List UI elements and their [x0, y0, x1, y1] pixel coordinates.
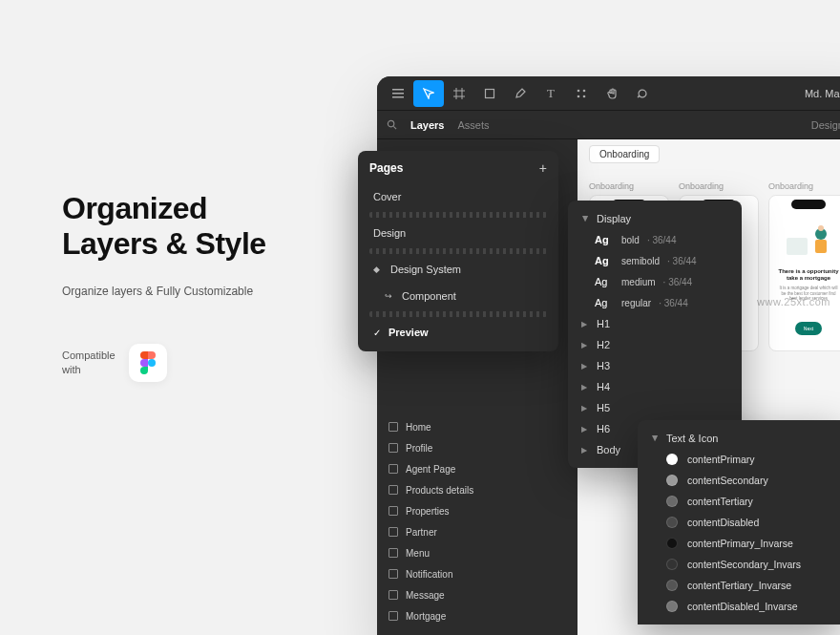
pen-tool-button[interactable]: [505, 80, 536, 107]
color-swatch: [666, 538, 678, 549]
hand-tool-button[interactable]: [597, 80, 627, 107]
svg-rect-2: [392, 93, 404, 95]
caret-down-icon: ▶: [581, 215, 590, 222]
color-row[interactable]: contentDisabled_Invarse: [638, 596, 840, 617]
type-meta: · 36/44: [647, 235, 677, 245]
color-row[interactable]: contentDisabled: [638, 512, 840, 533]
page-label: Cover: [373, 191, 401, 202]
figma-badge: [129, 344, 167, 382]
type-group-label: H5: [597, 402, 610, 413]
move-tool-button[interactable]: [413, 80, 444, 107]
layer-row[interactable]: Products details: [377, 479, 578, 500]
color-name: contentTertiary: [687, 496, 753, 507]
svg-point-10: [583, 89, 586, 92]
page-item-active[interactable]: ✓Preview: [358, 319, 558, 346]
type-style-name: regular: [621, 298, 651, 308]
type-style-row[interactable]: Agbold · 36/44: [568, 229, 742, 250]
layer-row[interactable]: Properties: [377, 500, 578, 521]
type-group-label: H6: [597, 423, 610, 434]
artboard-label: Onboarding: [768, 181, 840, 191]
tab-assets[interactable]: Assets: [457, 119, 489, 131]
frame-icon: [388, 527, 398, 537]
type-style-name: semibold: [621, 256, 660, 266]
color-swatch: [666, 601, 678, 612]
frame-icon: [388, 443, 398, 453]
tab-layers[interactable]: Layers: [410, 119, 444, 131]
color-swatch: [666, 496, 678, 507]
page-item[interactable]: ↪Component: [358, 283, 558, 309]
comment-tool-button[interactable]: [627, 80, 658, 107]
page-item[interactable]: Cover: [358, 183, 558, 210]
svg-point-12: [583, 95, 586, 97]
caret-right-icon: ▶: [581, 446, 589, 455]
frame-icon: [388, 506, 398, 516]
watermark: www.25xt.com: [757, 296, 830, 307]
type-group[interactable]: ▶H4: [568, 376, 742, 397]
compatible-row: Compatiblewith: [62, 344, 329, 382]
artboard-label: Onboarding: [679, 181, 759, 191]
type-style-row[interactable]: Agsemibold · 36/44: [568, 250, 742, 271]
layer-row[interactable]: Menu: [377, 542, 578, 563]
color-row[interactable]: contentPrimary: [638, 449, 840, 470]
search-icon[interactable]: [387, 119, 397, 130]
layer-row[interactable]: Message: [377, 584, 578, 605]
caret-right-icon: ▶: [581, 383, 589, 392]
type-meta: · 36/44: [663, 277, 693, 287]
type-meta: · 36/44: [667, 256, 697, 266]
shape-tool-button[interactable]: [474, 80, 505, 107]
svg-line-14: [393, 126, 396, 129]
svg-rect-17: [815, 240, 827, 253]
color-row[interactable]: contentTertiary_Invarse: [638, 575, 840, 596]
page-label: Preview: [388, 327, 429, 338]
artboard[interactable]: Onboarding There is a opportunity take a…: [768, 181, 840, 351]
layer-label: Products details: [406, 485, 473, 496]
color-row[interactable]: contentSecondary_Invars: [638, 554, 840, 575]
color-row[interactable]: contentPrimary_Invarse: [638, 533, 840, 554]
marketing-block: Organized Layers & Style Organize layers…: [62, 191, 329, 382]
color-row[interactable]: contentSecondary: [638, 470, 840, 491]
tab-design[interactable]: Design: [811, 119, 840, 131]
subheadline: Organize layers & Fully Customizable: [62, 285, 329, 298]
figma-menu-button[interactable]: [383, 80, 413, 107]
check-icon: ✓: [373, 328, 381, 338]
type-style-name: medium: [621, 277, 656, 287]
type-style-name: bold: [621, 235, 640, 245]
type-group-label: Display: [597, 213, 631, 224]
ag-sample: Ag: [595, 276, 614, 287]
type-group-label: H3: [597, 360, 610, 371]
color-group[interactable]: ▶Text & Icon: [638, 428, 840, 449]
page-item[interactable]: Design: [358, 220, 558, 246]
layer-row[interactable]: Partner: [377, 521, 578, 542]
color-name: contentPrimary_Invarse: [687, 538, 793, 549]
type-group[interactable]: ▶H5: [568, 397, 742, 418]
frame-tool-button[interactable]: [444, 80, 474, 107]
layer-label: Agent Page: [406, 464, 455, 475]
diamond-icon: ◆: [373, 265, 383, 274]
layer-row[interactable]: Notification: [377, 563, 578, 584]
illustration-icon: [783, 219, 834, 259]
resources-button[interactable]: [566, 80, 597, 107]
layer-row[interactable]: Mortgage: [377, 605, 578, 626]
frame-icon: [388, 590, 398, 600]
caret-down-icon: ▶: [651, 434, 660, 442]
layer-row[interactable]: Agent Page: [377, 458, 578, 479]
type-group[interactable]: ▶H1: [568, 313, 742, 334]
layer-row[interactable]: Profile: [377, 437, 578, 458]
ag-sample: Ag: [595, 255, 614, 266]
svg-point-11: [578, 95, 580, 97]
type-group[interactable]: ▶H3: [568, 355, 742, 376]
layer-row[interactable]: Home: [377, 416, 578, 437]
color-row[interactable]: contentTertiary: [638, 491, 840, 512]
type-style-row[interactable]: Agregular · 36/44: [568, 292, 742, 313]
section-chip-onboarding[interactable]: Onboarding: [589, 145, 660, 163]
headline-line1: Organized: [62, 191, 207, 225]
sidebar-tabs: Layers Assets Design ⌄: [377, 111, 840, 139]
type-style-row[interactable]: Agmedium · 36/44: [568, 271, 742, 292]
text-tool-button[interactable]: T: [536, 80, 566, 107]
type-group[interactable]: ▶Display: [568, 208, 742, 229]
frame-icon: [388, 422, 398, 432]
add-page-button[interactable]: +: [539, 160, 547, 176]
type-group[interactable]: ▶H2: [568, 334, 742, 355]
svg-rect-15: [787, 238, 808, 255]
page-item[interactable]: ◆Design System: [358, 256, 558, 283]
